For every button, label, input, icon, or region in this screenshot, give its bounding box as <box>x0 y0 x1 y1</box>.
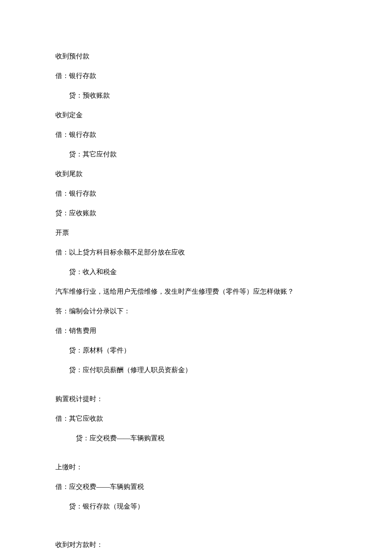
text-line <box>55 453 337 462</box>
text-line <box>55 384 337 394</box>
text-line: 贷：其它应付款 <box>55 149 337 159</box>
text-line: 收到对方款时： <box>55 540 337 550</box>
text-line: 借：其它应收款 <box>55 413 337 424</box>
text-line <box>55 521 337 530</box>
text-line: 借：应交税费——车辆购置税 <box>55 482 337 492</box>
text-line: 贷：应付职员薪酬（修理人职员资薪金） <box>55 365 337 375</box>
text-line: 借：以上贷方科目标余额不足部分放在应收 <box>55 247 337 257</box>
text-line: 收到尾款 <box>55 169 337 179</box>
text-line: 贷：预收账款 <box>55 90 337 101</box>
text-line <box>55 530 337 540</box>
text-line: 贷：收入和税金 <box>55 267 337 277</box>
text-line: 开票 <box>55 228 337 238</box>
text-line: 贷：应交税费——车辆购置税 <box>55 433 337 443</box>
text-line: 贷：应收账款 <box>55 208 337 218</box>
text-line: 上缴时： <box>55 462 337 472</box>
text-line: 借：银行存款 <box>55 188 337 199</box>
text-line: 贷：原材料（零件） <box>55 345 337 356</box>
text-line: 答：编制会计分录以下： <box>55 306 337 316</box>
text-line: 汽车维修行业，送给用户无偿维修，发生时产生修理费（零件等）应怎样做账？ <box>55 286 337 297</box>
text-line: 借：银行存款 <box>55 71 337 81</box>
text-line: 借：销售费用 <box>55 326 337 336</box>
text-line: 贷：银行存款（现金等） <box>55 501 337 512</box>
text-line: 购置税计提时： <box>55 394 337 404</box>
text-line: 收到预付款 <box>55 51 337 61</box>
text-line: 借：银行存款 <box>55 130 337 140</box>
document-body: 收到预付款借：银行存款贷：预收账款收到定金借：银行存款贷：其它应付款收到尾款借：… <box>55 51 337 555</box>
text-line: 收到定金 <box>55 110 337 120</box>
